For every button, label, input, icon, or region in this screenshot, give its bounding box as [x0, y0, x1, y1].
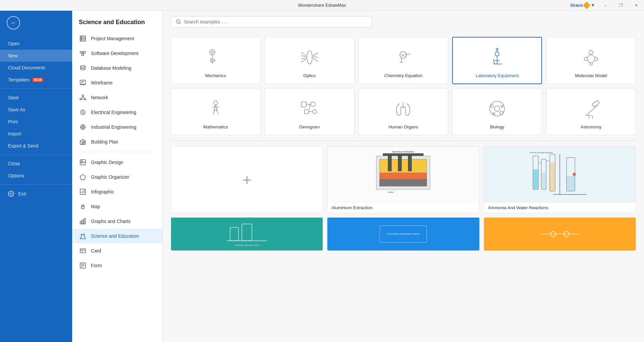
svg-point-83 [594, 57, 598, 61]
category-item-card[interactable]: Card [72, 243, 162, 258]
search-icon [176, 19, 181, 24]
svg-line-85 [587, 54, 591, 58]
category-item-wireframe[interactable]: Wireframe [72, 75, 162, 90]
industrial-label: Industrial Engineering [91, 124, 136, 130]
template-card-molecular[interactable]: Molecular Model [546, 37, 636, 84]
template-card-chemistry[interactable]: HO OH Chemistry Equation [359, 37, 448, 84]
new-diagram-card[interactable]: + [171, 146, 323, 213]
sidebar-item-cloud[interactable]: Cloud Documents [0, 62, 72, 74]
svg-point-15 [82, 95, 84, 96]
titlebar: Wondershare EdrawMax Grace ▼ – ❐ ✕ [0, 0, 644, 11]
category-item-map[interactable]: Map [72, 199, 162, 214]
template-card-mechanics[interactable]: Mechanics [171, 37, 261, 84]
svg-text:Carbon: Carbon [388, 191, 394, 193]
electrical-icon [79, 108, 87, 116]
svg-rect-7 [82, 54, 84, 56]
aluminium-image: Aluminium Extraction Carbon [327, 147, 479, 202]
sidebar-item-templates[interactable]: Templates NEW [0, 74, 72, 86]
thumbnail-card-ammonia[interactable]: Ammonia and Water Reactions Ammonia And … [484, 146, 636, 213]
svg-rect-129 [550, 163, 555, 191]
sidebar-item-new[interactable]: New [0, 50, 72, 62]
sidebar-item-print[interactable]: Print [0, 116, 72, 128]
biology-icon [485, 97, 509, 120]
mathematics-label: Mathematics [203, 124, 228, 129]
back-arrow-icon: ← [7, 16, 20, 30]
category-item-graphic[interactable]: Graphic Design [72, 155, 162, 170]
exit-icon: ⊖ [8, 191, 14, 197]
template-card-optics[interactable]: Optics [265, 37, 355, 84]
svg-rect-127 [533, 169, 538, 189]
category-item-infographic[interactable]: Infographic [72, 184, 162, 199]
svg-rect-117 [408, 154, 412, 171]
category-item-project[interactable]: Project Management [72, 31, 162, 46]
cloud-label: Cloud Documents [8, 65, 45, 70]
category-item-form[interactable]: Form [72, 258, 162, 273]
sidebar-nav: Open New Cloud Documents Templates NEW S… [0, 35, 72, 203]
template-grid-2: Mathematics [171, 88, 636, 139]
search-input[interactable] [184, 19, 367, 24]
username: Grace [570, 3, 583, 8]
optics-icon [298, 46, 321, 69]
category-item-charts[interactable]: Graphs and Charts [72, 214, 162, 229]
new-badge: NEW [32, 78, 43, 82]
template-card-mathematics[interactable]: Mathematics [171, 88, 261, 135]
form-label: Form [91, 263, 102, 268]
sidebar-item-save[interactable]: Save [0, 92, 72, 104]
template-card-astronomy[interactable]: Astronomy [546, 88, 636, 135]
svg-point-105 [501, 105, 503, 107]
close-label: Close [8, 161, 20, 166]
template-card-laboratory[interactable]: Laboratory Equipment [452, 37, 542, 84]
building-label: Building Plan [91, 139, 118, 145]
category-item-organizer[interactable]: Graphic Organizer [72, 170, 162, 184]
svg-rect-5 [80, 51, 83, 53]
svg-line-65 [313, 58, 318, 62]
save-label: Save [8, 95, 19, 100]
search-wrapper[interactable] [171, 16, 372, 27]
human-organs-icon [391, 97, 415, 120]
category-item-electrical[interactable]: Electrical Engineering [72, 105, 162, 120]
new-label: New [8, 53, 17, 58]
genogram-icon [298, 97, 321, 120]
bottom-thumb-1[interactable]: Chemistry apparatus name [171, 217, 323, 251]
svg-point-102 [490, 101, 504, 116]
category-item-network[interactable]: Network [72, 90, 162, 105]
close-button[interactable]: ✕ [629, 0, 644, 11]
svg-point-107 [500, 111, 503, 115]
minimize-button[interactable]: – [598, 0, 613, 11]
chemistry-icon: HO OH [391, 46, 415, 69]
sidebar-item-open[interactable]: Open [0, 38, 72, 50]
sidebar-item-options[interactable]: Options [0, 170, 72, 182]
bottom-thumb-2[interactable]: Chemistry equipment name [327, 217, 479, 251]
thumbnail-card-aluminium[interactable]: Aluminium Extraction Carbon Aluminium Ex… [327, 146, 479, 213]
template-card-human-organs[interactable]: Human Organs [359, 88, 448, 135]
back-button[interactable]: ← [0, 11, 72, 35]
ammonia-label: Ammonia And Water Reactions [484, 202, 636, 213]
sidebar-item-exit[interactable]: ⊖ Exit [0, 187, 72, 200]
category-item-building[interactable]: Building Plan [72, 134, 162, 149]
section-divider [171, 140, 636, 141]
category-item-science[interactable]: Science and Education [72, 229, 162, 243]
svg-rect-128 [542, 173, 546, 189]
category-item-industrial[interactable]: Industrial Engineering [72, 120, 162, 134]
database-label: Database Modeling [91, 65, 131, 71]
template-card-biology[interactable]: Biology [452, 88, 542, 135]
sidebar-item-export[interactable]: Export & Send [0, 140, 72, 152]
left-sidebar: ← Open New Cloud Documents Templates NEW… [0, 11, 72, 342]
bottom-thumb-3[interactable] [484, 217, 636, 251]
database-icon [79, 64, 87, 72]
sidebar-item-import[interactable]: Import [0, 128, 72, 140]
svg-line-60 [301, 56, 306, 57]
sidebar-item-saveas[interactable]: Save As [0, 104, 72, 116]
electrical-label: Electrical Engineering [91, 110, 136, 115]
user-profile[interactable]: Grace ▼ [570, 3, 595, 8]
category-item-software[interactable]: Software Development [72, 46, 162, 61]
wireframe-label: Wireframe [91, 80, 113, 86]
template-card-genogram[interactable]: Genogram [265, 88, 355, 135]
svg-rect-43 [80, 249, 86, 253]
maximize-button[interactable]: ❐ [613, 0, 629, 11]
category-item-database[interactable]: Database Modeling [72, 61, 162, 75]
plus-icon: + [242, 171, 252, 189]
svg-text:HO: HO [401, 54, 406, 57]
sidebar-item-close[interactable]: Close [0, 158, 72, 170]
svg-line-62 [301, 59, 306, 62]
